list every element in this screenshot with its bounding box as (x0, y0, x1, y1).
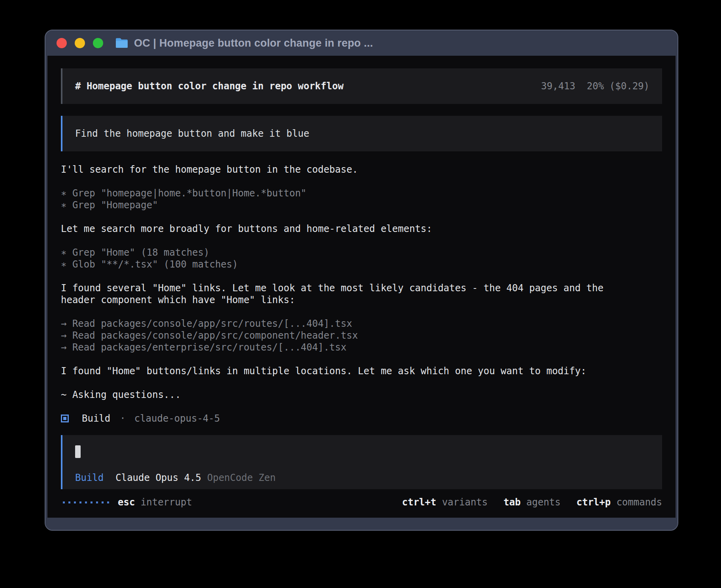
activity-dot (74, 501, 76, 503)
transcript-line: I'll search for the homepage button in t… (61, 164, 662, 175)
assistant-text-block: I'll search for the homepage button in t… (61, 164, 662, 175)
transcript-line: → Read packages/enterprise/src/routes/[.… (61, 341, 662, 353)
activity-dot (102, 501, 104, 503)
transcript-line: ∗ Grep "Home" (18 matches) (61, 247, 662, 258)
transcript-line: ∗ Grep "Homepage" (61, 199, 662, 211)
session-header: # Homepage button color change in repo w… (61, 68, 662, 104)
transcript-line: Let me search more broadly for buttons a… (61, 223, 662, 235)
activity-dot (68, 501, 70, 503)
transcript-line: → Read packages/console/app/src/componen… (61, 330, 662, 341)
transcript-line: header component which have "Home" links… (61, 294, 662, 306)
hint-label: commands (611, 497, 662, 508)
model-label[interactable]: Claude Opus 4.5 (115, 472, 201, 483)
interrupt-hint: esc interrupt (118, 497, 192, 508)
token-count: 39,413 (541, 81, 576, 92)
context-percent: 20% (587, 81, 604, 92)
activity-dot (107, 501, 109, 503)
user-message: Find the homepage button and make it blu… (61, 116, 662, 151)
agent-checkbox-icon (61, 415, 69, 422)
statusbar-left: esc interrupt (61, 497, 192, 508)
transcript-line: ~ Asking questions... (61, 389, 662, 401)
user-message-text: Find the homepage button and make it blu… (75, 128, 309, 139)
traffic-lights (57, 38, 103, 48)
minimize-button[interactable] (75, 38, 85, 48)
transcript-line: I found several "Home" links. Let me loo… (61, 282, 662, 294)
transcript-line: → Read packages/console/app/src/routes/[… (61, 318, 662, 330)
activity-dot (63, 501, 65, 503)
transcript: I'll search for the homepage button in t… (61, 164, 662, 401)
assistant-text-block: ~ Asking questions... (61, 389, 662, 401)
session-title: # Homepage button color change in repo w… (75, 81, 344, 92)
activity-dot (91, 501, 92, 503)
assistant-text-block: I found "Home" buttons/links in multiple… (61, 365, 662, 377)
text-cursor (75, 445, 81, 458)
zoom-button[interactable] (93, 38, 103, 48)
transcript-line: ∗ Grep "homepage|home.*button|Home.*butt… (61, 187, 662, 199)
close-button[interactable] (57, 38, 67, 48)
hint-key: ctrl+p (576, 497, 611, 508)
prompt-input[interactable]: Build Claude Opus 4.5 OpenCode Zen (61, 435, 662, 489)
session-stats: 39,41320%($0.29) (541, 81, 649, 92)
hint-key: ctrl+t (402, 497, 436, 508)
assistant-text-block: Let me search more broadly for buttons a… (61, 223, 662, 235)
input-mode-row: Build Claude Opus 4.5 OpenCode Zen (75, 472, 276, 484)
titlebar: OC | Homepage button color change in rep… (45, 30, 678, 56)
hint-label: variants (436, 497, 488, 508)
session-cost: ($0.29) (610, 81, 649, 92)
terminal-window: OC | Homepage button color change in rep… (45, 30, 678, 531)
activity-dots-icon (63, 501, 109, 503)
mode-label[interactable]: Build (75, 472, 104, 483)
hint-key: tab (504, 497, 521, 508)
keyboard-hint: ctrl+t variants (402, 497, 488, 508)
window-title: OC | Homepage button color change in rep… (134, 37, 373, 49)
tool-call-block: ∗ Grep "Home" (18 matches)∗ Glob "**/*.t… (61, 247, 662, 270)
esc-key: esc (118, 497, 135, 508)
transcript-line: I found "Home" buttons/links in multiple… (61, 365, 662, 377)
terminal-content: # Homepage button color change in repo w… (47, 56, 676, 518)
assistant-text-block: I found several "Home" links. Let me loo… (61, 282, 662, 306)
keyboard-hint: ctrl+p commands (576, 497, 662, 508)
activity-dot (79, 501, 81, 503)
activity-dot (96, 501, 98, 503)
statusbar: esc interrupt ctrl+t variantstab agentsc… (61, 496, 662, 508)
provider-label: OpenCode Zen (207, 472, 276, 483)
activity-dot (85, 501, 87, 503)
folder-icon (115, 38, 128, 49)
statusbar-hints: ctrl+t variantstab agentsctrl+p commands (402, 497, 662, 508)
agent-name: Build (82, 413, 110, 424)
esc-label: interrupt (141, 497, 192, 508)
tool-call-block: → Read packages/console/app/src/routes/[… (61, 318, 662, 353)
window-bottom-strip (45, 518, 678, 531)
hint-label: agents (521, 497, 561, 508)
agent-status-row: Build · claude-opus-4-5 (61, 413, 662, 424)
agent-separator: · (120, 413, 125, 424)
transcript-line: ∗ Glob "**/*.tsx" (100 matches) (61, 258, 662, 270)
agent-model: claude-opus-4-5 (134, 413, 220, 424)
keyboard-hint: tab agents (504, 497, 561, 508)
tool-call-block: ∗ Grep "homepage|home.*button|Home.*butt… (61, 187, 662, 211)
